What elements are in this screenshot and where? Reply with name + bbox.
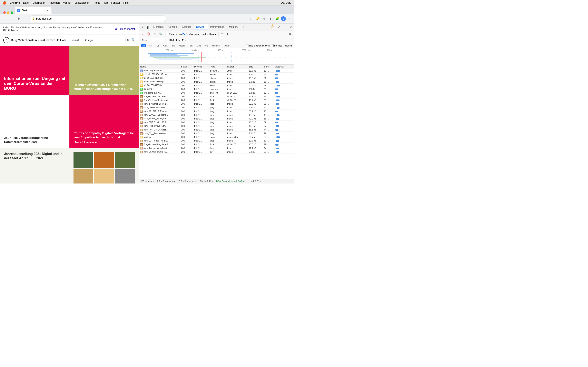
table-row[interactable]: csm_plakathausderku...200http/1.1jpeg(in…	[139, 106, 294, 109]
record-button[interactable]: ●	[141, 32, 145, 36]
tab-start[interactable]: B Start ✕	[15, 7, 52, 14]
devtools-inspect-button[interactable]: ↖	[140, 25, 145, 30]
table-row[interactable]: www.burg-halle.de200http/1.1docum...Othe…	[139, 69, 294, 73]
apple-menu[interactable]: 🍎	[2, 1, 7, 5]
table-row[interactable]: svg-sprite-svg?v...200http/1.1svg+xmlful…	[139, 91, 294, 95]
col-waterfall[interactable]: Waterfall	[274, 65, 294, 69]
nav-link-kunst[interactable]: Kunst	[71, 39, 79, 42]
tab-more[interactable]: »	[240, 24, 247, 30]
col-status[interactable]: Status	[180, 65, 193, 69]
menu-hilfe[interactable]: Hilfe	[123, 1, 129, 4]
type-btn-js[interactable]: JS	[155, 44, 161, 47]
type-btn-font[interactable]: Font	[187, 44, 195, 47]
table-row[interactable]: csm_Rec_0933ec6b4...200http/1.1jpeg(inde…	[139, 124, 294, 128]
type-btn-css[interactable]: CSS	[162, 44, 169, 47]
url-bar[interactable]: 🔒 burg-halle.de	[29, 16, 166, 22]
table-row[interactable]: csm_Foil_O%CC%88l...200http/1.1jpeg(inde…	[139, 128, 294, 132]
forward-button[interactable]: →	[9, 16, 15, 22]
table-row[interactable]: full.1613034195.js200http/1.1script(inde…	[139, 83, 294, 87]
content-more-link[interactable]: › Mehr Informationen	[73, 141, 135, 144]
blocked-requests-input[interactable]	[271, 44, 274, 47]
col-initiator[interactable]: Initiator	[225, 65, 248, 69]
profile-button[interactable]: B	[281, 16, 286, 21]
table-row[interactable]: logo.svg200http/1.1svg+xml(index)783 B23…	[139, 87, 294, 91]
devtools-more-button[interactable]: ⋮	[283, 25, 287, 30]
site-search-button[interactable]: 🔍	[131, 38, 136, 42]
devtools-device-button[interactable]: 📱	[145, 25, 150, 30]
window-maximize[interactable]	[11, 11, 13, 14]
tab-console[interactable]: Console	[166, 24, 180, 30]
devtools-close-button[interactable]: ✕	[288, 25, 293, 30]
tab-close-button[interactable]: ✕	[46, 9, 49, 12]
table-row[interactable]: csm_01_Rohde_im_La...200http/1.1jpeg(ind…	[139, 139, 294, 142]
type-btn-xhr[interactable]: XHR	[147, 44, 155, 47]
tab-sources[interactable]: Sources	[180, 24, 194, 30]
col-type[interactable]: Type	[209, 65, 225, 69]
cookie-more-info-link[interactable]: Mehr erfahren	[120, 27, 136, 30]
type-btn-doc[interactable]: Doc	[195, 44, 203, 47]
disable-cache-input[interactable]	[182, 33, 185, 35]
table-row[interactable]: critical.1613034192.css200http/1.1styles…	[139, 73, 294, 76]
type-btn-all[interactable]: All	[141, 44, 146, 47]
table-row[interactable]: csm_BURG_VALUE_In...200http/1.1jpeg(inde…	[139, 120, 294, 124]
table-row[interactable]: piwik.js200http/1.1script(index):735369.…	[139, 135, 294, 139]
preserve-log-checkbox[interactable]: Preserve log	[165, 33, 182, 35]
language-button[interactable]: EN	[125, 39, 129, 42]
reload-button[interactable]: ↻	[16, 16, 22, 22]
window-minimize[interactable]	[7, 11, 9, 14]
hero-cell-right[interactable]: Hochschulwahlen 2021 Gremienwahl student…	[69, 46, 139, 95]
window-close[interactable]	[3, 11, 6, 14]
menu-lesezeichen[interactable]: Lesezeichen	[75, 1, 89, 4]
menu-datei[interactable]: Datei	[23, 1, 29, 4]
preserve-log-input[interactable]	[165, 33, 168, 35]
cookie-ok-button[interactable]: OK	[115, 27, 118, 30]
blocked-requests-check[interactable]: Blocked Requests	[271, 44, 292, 47]
table-row[interactable]: csm_Esther_Ernst_Vort...200http/1.1jpeg(…	[139, 117, 294, 120]
hero-cell-left[interactable]: Informationen zum Umgang mit dem Corona-…	[0, 46, 69, 95]
home-button[interactable]: ⌂	[22, 16, 29, 22]
search-button[interactable]: 🔍	[158, 32, 163, 36]
type-btn-other[interactable]: Other	[222, 44, 231, 47]
network-table-wrap[interactable]: Name Status Protocol Type Initiator Size…	[139, 65, 294, 179]
table-row[interactable]: BurgGrotesk-Medium.otf200http/1.1fontful…	[139, 98, 294, 102]
download-button[interactable]: ⬇	[268, 16, 274, 22]
col-time[interactable]: Time	[263, 65, 274, 69]
devtools-warning-button[interactable]: ⚠ 4	[271, 25, 276, 30]
export-button[interactable]: ⬇	[225, 32, 230, 36]
menu-anzeigen[interactable]: Anzeigen	[49, 1, 60, 4]
table-row[interactable]: csm_02__Perspektive-...200http/1.1jpeg(i…	[139, 132, 294, 135]
table-row[interactable]: csm_210607_BL-Herb...200http/1.1jpeg(ind…	[139, 113, 294, 117]
menu-fenster[interactable]: Fenster	[111, 1, 120, 4]
type-btn-media[interactable]: Media	[177, 44, 187, 47]
table-row[interactable]: csm_Tilman_Wendland...200http/1.1jpeg(in…	[139, 146, 294, 150]
table-row[interactable]: csm_23102018_Exkurs...200http/1.1jpeg(in…	[139, 109, 294, 113]
filter-input[interactable]	[141, 38, 165, 42]
type-btn-manifest[interactable]: Manifest	[210, 44, 222, 47]
tab-elements[interactable]: Elements	[151, 24, 166, 30]
import-button[interactable]: ⬆	[220, 32, 224, 36]
hide-data-urls-input[interactable]	[167, 39, 169, 42]
tab-memory[interactable]: Memory	[227, 24, 240, 30]
menu-profile[interactable]: Profile	[93, 1, 100, 4]
disable-cache-checkbox[interactable]: Disable cache	[182, 33, 200, 35]
hide-data-urls-checkbox[interactable]: Hide data URLs	[167, 39, 186, 42]
devtools-settings-button[interactable]: ⚙	[277, 25, 282, 30]
menu-bearbeiten[interactable]: Bearbeiten	[33, 1, 45, 4]
table-row[interactable]: csm_26.Mai_StudioTal...200http/1.1gif(in…	[139, 150, 294, 154]
col-name[interactable]: Name	[139, 65, 180, 69]
content-cell-left[interactable]: Jour Fixe Veranstaltungsreihe Sommerseme…	[0, 95, 69, 148]
stop-button[interactable]: 🚫	[146, 32, 150, 36]
menu-tab[interactable]: Tab	[104, 1, 108, 4]
key-button[interactable]: 🔑	[255, 16, 260, 22]
cast-button[interactable]: ⊡	[248, 16, 254, 22]
tab-network[interactable]: Network	[194, 24, 208, 30]
extensions-button[interactable]: 🧩	[274, 16, 280, 22]
new-tab-button[interactable]: +	[52, 8, 58, 14]
has-blocked-cookies-input[interactable]	[246, 44, 249, 47]
table-row[interactable]: csm_1-Animal_Look_L...200http/1.1jpeg(in…	[139, 102, 294, 106]
throttle-select[interactable]: No throttling	[201, 33, 217, 35]
chrome-menu-button[interactable]: ⋮	[287, 9, 291, 14]
table-row[interactable]: BurgGrotesk-Regular.otf200http/1.1fontfu…	[139, 142, 294, 146]
bookmark-button[interactable]: ☆	[261, 16, 267, 22]
type-btn-ws[interactable]: WS	[203, 44, 210, 47]
